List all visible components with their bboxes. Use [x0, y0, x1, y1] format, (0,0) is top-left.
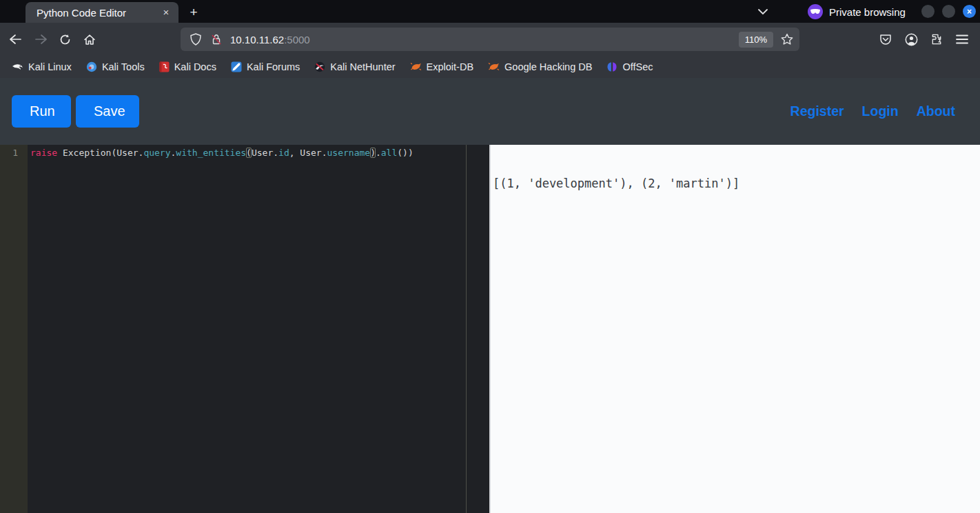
run-button[interactable]: Run: [12, 95, 71, 128]
register-link[interactable]: Register: [790, 103, 844, 119]
code-token: all: [381, 148, 397, 158]
browser-toolbar: 10.10.11.62:5000 110%: [0, 23, 980, 56]
account-icon[interactable]: [900, 28, 922, 50]
kali-tools-favicon: [86, 61, 97, 72]
toolbar-right-icons: [875, 28, 973, 50]
code-token: .: [376, 148, 381, 158]
code-line[interactable]: raise Exception(User.query.with_entities…: [28, 145, 489, 513]
kali-forums-favicon: [231, 61, 242, 72]
zoom-level-button[interactable]: 110%: [739, 32, 773, 48]
window-close-button[interactable]: ×: [963, 5, 976, 18]
tab-title: Python Code Editor: [37, 7, 159, 19]
app-header: Run Save Register Login About: [0, 78, 980, 145]
window-minimize-button[interactable]: [921, 5, 935, 18]
header-nav: Register Login About: [790, 78, 955, 145]
list-tabs-chevron-icon[interactable]: [755, 4, 770, 19]
menu-hamburger-icon[interactable]: [951, 28, 973, 50]
back-button[interactable]: [4, 28, 26, 50]
code-token: (: [246, 148, 252, 158]
new-tab-button[interactable]: +: [185, 3, 203, 21]
tab-strip: Python Code Editor × + Private browsing …: [0, 0, 980, 23]
bookmark-kali-tools[interactable]: Kali Tools: [81, 59, 150, 74]
bookmark-kali-linux[interactable]: Kali Linux: [6, 59, 77, 74]
login-link[interactable]: Login: [862, 103, 899, 119]
extensions-puzzle-icon[interactable]: [926, 28, 948, 50]
insecure-lock-icon[interactable]: [208, 31, 225, 48]
pocket-icon[interactable]: [875, 28, 897, 50]
output-panel: [(1, 'development'), (2, 'martin')]: [489, 145, 980, 513]
private-mask-icon: [808, 4, 823, 19]
code-token: raise: [30, 148, 57, 158]
code-token: id: [278, 148, 289, 158]
browser-window: Python Code Editor × + Private browsing …: [0, 0, 980, 513]
forward-button[interactable]: [30, 28, 52, 50]
code-token: ): [370, 148, 376, 158]
code-token: ()): [397, 148, 413, 158]
tracking-shield-icon[interactable]: [187, 31, 204, 48]
bookmark-offsec[interactable]: OffSec: [601, 59, 658, 74]
offsec-favicon: [606, 61, 617, 72]
bookmark-star-icon[interactable]: [779, 31, 795, 48]
line-number: 1: [0, 146, 18, 159]
code-token: with_entities: [176, 148, 246, 158]
url-bar[interactable]: 10.10.11.62:5000 110%: [181, 28, 799, 51]
kali-linux-favicon: [12, 62, 23, 72]
home-button[interactable]: [79, 28, 101, 50]
code-token: User.: [252, 148, 278, 158]
bookmark-kali-docs[interactable]: Kali Docs: [154, 59, 222, 74]
exploit-db-favicon: [410, 62, 422, 72]
kali-docs-favicon: [159, 61, 170, 72]
bookmark-exploit-db[interactable]: Exploit-DB: [405, 59, 480, 74]
private-browsing-badge: Private browsing: [808, 3, 906, 21]
about-link[interactable]: About: [917, 103, 955, 119]
bookmark-kali-forums[interactable]: Kali Forums: [225, 59, 305, 74]
url-text[interactable]: 10.10.11.62:5000: [230, 34, 739, 46]
kali-nethunter-favicon: [314, 61, 325, 72]
code-token: query: [143, 148, 170, 158]
bookmark-google-hacking-db[interactable]: Google Hacking DB: [482, 59, 598, 74]
bookmark-kali-nethunter[interactable]: Kali NetHunter: [309, 59, 400, 74]
reload-button[interactable]: [54, 28, 76, 50]
save-button[interactable]: Save: [76, 95, 139, 128]
tab-close-icon[interactable]: ×: [159, 6, 173, 19]
google-hacking-db-favicon: [488, 62, 500, 72]
window-maximize-button[interactable]: [942, 5, 955, 18]
output-text: [(1, 'development'), (2, 'martin')]: [493, 176, 980, 191]
editor-divider-line: [466, 145, 467, 513]
code-editor[interactable]: 1 raise Exception(User.query.with_entiti…: [0, 145, 489, 513]
window-controls: ×: [921, 5, 976, 18]
bookmarks-bar: Kali Linux Kali Tools Kali Docs Kali For…: [0, 56, 980, 78]
code-token: Exception(User.: [57, 148, 143, 158]
editor-gutter: 1: [0, 145, 28, 513]
browser-tab[interactable]: Python Code Editor ×: [25, 2, 178, 23]
private-browsing-label: Private browsing: [829, 6, 906, 18]
code-token: , User.: [289, 148, 327, 158]
code-token: username: [327, 148, 371, 158]
main-content: 1 raise Exception(User.query.with_entiti…: [0, 145, 980, 513]
